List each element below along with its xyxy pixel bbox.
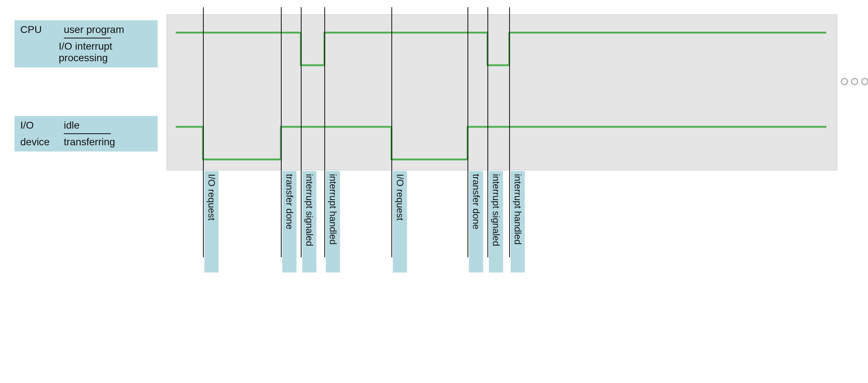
event-line — [391, 7, 392, 257]
legend-divider — [64, 38, 111, 38]
event-label-transfer-done-2: transfer done — [469, 171, 483, 272]
event-label-interrupt-handled-1: interrupt handled — [326, 171, 340, 272]
diagram-root: CPU user program I/O interrupt processin… — [7, 7, 861, 370]
legend-cpu-state-high: user program — [64, 24, 124, 36]
legend-io-state-high: idle — [64, 120, 80, 131]
dot-icon — [841, 78, 848, 85]
event-line — [281, 7, 282, 257]
event-line — [301, 7, 302, 257]
event-line — [203, 7, 204, 257]
dot-icon — [861, 78, 868, 85]
event-label-transfer-done-1: transfer done — [282, 171, 296, 272]
legend-io-title-1: I/O — [20, 120, 34, 131]
legend-cpu-title: CPU — [20, 24, 64, 36]
legend-io-title-2: device — [20, 136, 50, 147]
legend-io: I/O idle device transferring — [14, 116, 158, 151]
event-label-io-request-2: I/O request — [393, 171, 407, 272]
legend-divider — [64, 133, 111, 134]
legend-io-state-low: transferring — [64, 136, 115, 148]
continuation-dots — [841, 78, 868, 85]
event-line — [468, 7, 468, 257]
legend-cpu-state-low: I/O interrupt processing — [59, 41, 152, 64]
event-line — [509, 7, 510, 257]
legend-cpu: CPU user program I/O interrupt processin… — [14, 20, 158, 67]
event-line — [487, 7, 488, 257]
plot-area — [167, 14, 837, 170]
event-label-io-request-1: I/O request — [204, 171, 219, 272]
event-line — [324, 7, 325, 257]
dot-icon — [851, 78, 858, 85]
event-label-interrupt-handled-2: interrupt handled — [511, 171, 525, 272]
event-label-interrupt-signaled-2: interrupt signaled — [489, 171, 503, 272]
event-label-interrupt-signaled-1: interrupt signaled — [302, 171, 316, 272]
